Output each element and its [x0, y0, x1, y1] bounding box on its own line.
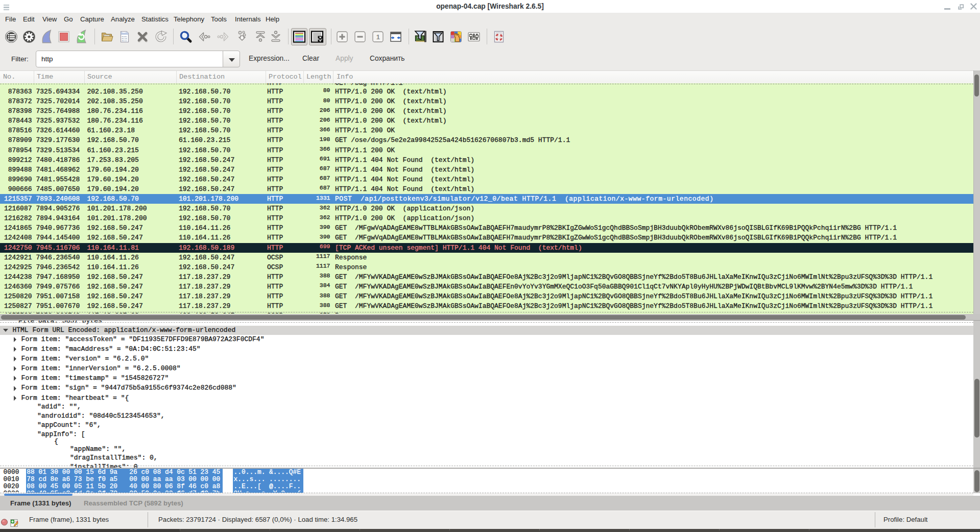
svg-text:1: 1 — [376, 33, 380, 40]
svg-text:0111: 0111 — [122, 39, 127, 41]
